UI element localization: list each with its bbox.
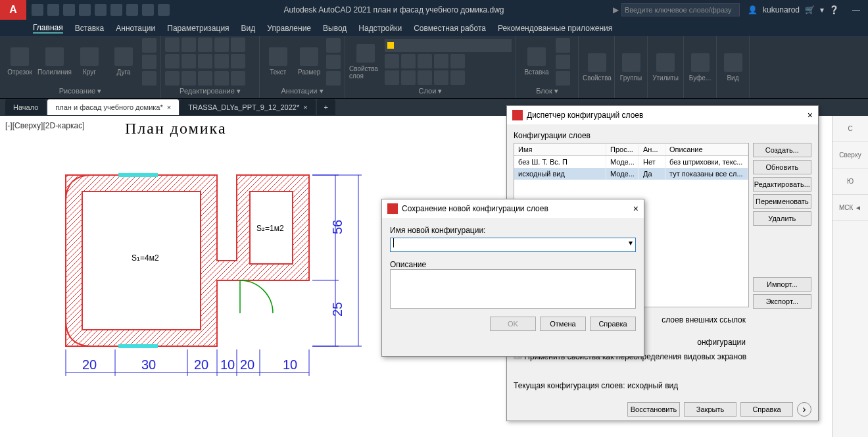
col-name[interactable]: Имя (514, 143, 606, 155)
edit-btn-12[interactable] (181, 71, 196, 86)
edit-btn-3[interactable] (198, 38, 212, 52)
help-icon[interactable]: ❔ (829, 5, 839, 14)
signin-icon[interactable]: 👤 (748, 5, 758, 14)
qat-more-icon[interactable] (142, 4, 154, 16)
edit-btn-2[interactable] (181, 38, 196, 52)
cart-icon[interactable]: 🛒 (805, 5, 815, 14)
open-icon[interactable] (47, 4, 59, 16)
utils-button[interactable]: Утилиты (652, 53, 679, 82)
tab-annotate[interactable]: Аннотации (116, 24, 155, 33)
edit-button[interactable]: Редактировать... (753, 177, 811, 192)
insert-button[interactable]: Вставка (520, 47, 553, 76)
props-button[interactable]: Свойства (583, 53, 612, 82)
cancel-button[interactable]: Отмена (540, 317, 586, 331)
layer-dlg-titlebar[interactable]: Диспетчер конфигураций слоев × (507, 106, 818, 124)
lay-sm-6[interactable] (385, 70, 399, 85)
tab-view[interactable]: Вид (241, 24, 256, 33)
edit-btn-1[interactable] (165, 38, 180, 52)
edit-btn-5[interactable] (231, 38, 245, 52)
line-button[interactable]: Отрезок (4, 47, 36, 76)
undo-icon[interactable] (110, 4, 122, 16)
panel-layer-title[interactable]: Слои ▾ (349, 86, 512, 97)
redo-icon[interactable] (126, 4, 138, 16)
save-icon[interactable] (63, 4, 75, 16)
tab-manage[interactable]: Управление (267, 24, 311, 33)
app-menu-icon[interactable]: ▾ (820, 5, 824, 14)
tab-featured[interactable]: Рекомендованные приложения (498, 24, 612, 33)
tab-addins[interactable]: Надстройки (358, 24, 402, 33)
viewport-controls[interactable]: [-][Сверху][2D-каркас] (5, 121, 85, 130)
layerprops-button[interactable]: Свойства слоя (349, 44, 382, 80)
blk-sm-2[interactable] (556, 55, 570, 69)
export-button[interactable]: Экспорт... (753, 294, 811, 309)
saveas-icon[interactable] (79, 4, 91, 16)
panel-anno-title[interactable]: Аннотации ▾ (264, 86, 341, 97)
col-as[interactable]: Ан... (639, 143, 665, 155)
dwg-tab-1[interactable]: план и фасад учебного домика* × (47, 99, 179, 115)
anno-sm-2[interactable] (326, 55, 341, 69)
lay-sm-5[interactable] (450, 54, 465, 68)
edit-btn-9[interactable] (214, 54, 229, 68)
edit-btn-6[interactable] (165, 54, 180, 68)
table-row[interactable]: без Ш. Т. Вс. П Моде... Нет без штриховк… (514, 156, 748, 168)
close-icon[interactable]: × (633, 203, 639, 214)
edit-btn-4[interactable] (214, 38, 229, 52)
edit-btn-15[interactable] (231, 71, 245, 86)
clip-button[interactable]: Буфе... (688, 53, 712, 82)
edit-btn-13[interactable] (198, 71, 212, 86)
search-input[interactable]: Введите ключевое слово/фразу (621, 3, 740, 16)
restore-button[interactable]: Восстановить (627, 402, 680, 417)
delete-button[interactable]: Удалить (753, 211, 811, 226)
anno-sm-1[interactable] (326, 38, 341, 53)
search-play-icon[interactable]: ▶ (613, 5, 619, 14)
panel-block-title[interactable]: Блок ▾ (520, 86, 574, 97)
polyline-button[interactable]: Полилиния (38, 47, 71, 76)
share-icon[interactable] (158, 4, 170, 16)
draw-sm-2[interactable] (142, 55, 157, 69)
tab-parametric[interactable]: Параметризация (167, 24, 229, 33)
minimize-icon[interactable]: — (852, 5, 860, 14)
nav-top[interactable]: Сверху (832, 142, 868, 168)
edit-btn-10[interactable] (231, 54, 245, 68)
view-button[interactable]: Вид (721, 53, 745, 82)
groups-button[interactable]: Группы (619, 53, 643, 82)
update-button[interactable]: Обновить (753, 160, 811, 174)
circle-button[interactable]: Круг (74, 47, 105, 76)
dim-button[interactable]: Размер (295, 47, 324, 76)
close-icon[interactable]: × (808, 110, 813, 120)
tab-output[interactable]: Вывод (323, 24, 347, 33)
expand-icon[interactable]: › (797, 402, 811, 417)
nav-ucs[interactable]: МСК ◄ (832, 195, 868, 221)
rename-button[interactable]: Переименовать (753, 194, 811, 209)
dwg-tab-home[interactable]: Начало (5, 99, 46, 115)
panel-edit-title[interactable]: Редактирование ▾ (165, 86, 255, 97)
edit-btn-11[interactable] (165, 71, 180, 86)
lay-sm-8[interactable] (418, 70, 432, 85)
draw-sm-3[interactable] (142, 71, 157, 86)
desc-textarea[interactable] (390, 269, 636, 309)
arc-button[interactable]: Дуга (108, 47, 139, 76)
lay-sm-3[interactable] (418, 54, 432, 68)
lay-sm-2[interactable] (401, 54, 416, 68)
close-tab-icon[interactable]: × (167, 103, 171, 111)
import-button[interactable]: Импорт... (753, 277, 811, 292)
anno-sm-3[interactable] (326, 71, 341, 86)
lay-sm-4[interactable] (434, 54, 448, 68)
lay-sm-7[interactable] (401, 70, 416, 85)
nav-south[interactable]: Ю (832, 168, 868, 195)
ok-button[interactable]: OK (490, 317, 536, 331)
blk-sm-1[interactable] (556, 38, 570, 53)
col-space[interactable]: Прос... (606, 143, 639, 155)
tab-insert[interactable]: Вставка (75, 24, 105, 33)
edit-btn-8[interactable] (198, 54, 212, 68)
tab-collab[interactable]: Совместная работа (414, 24, 486, 33)
tab-home[interactable]: Главная (33, 23, 63, 34)
lay-sm-1[interactable] (385, 54, 399, 68)
close-button[interactable]: Закрыть (684, 402, 736, 417)
name-combo[interactable]: ▾ (390, 238, 636, 252)
help-button[interactable]: Справка (740, 402, 793, 417)
panel-draw-title[interactable]: Рисование ▾ (4, 86, 157, 97)
username-label[interactable]: kukunarod (763, 5, 800, 14)
lay-sm-10[interactable] (450, 70, 465, 85)
lay-sm-9[interactable] (434, 70, 448, 85)
